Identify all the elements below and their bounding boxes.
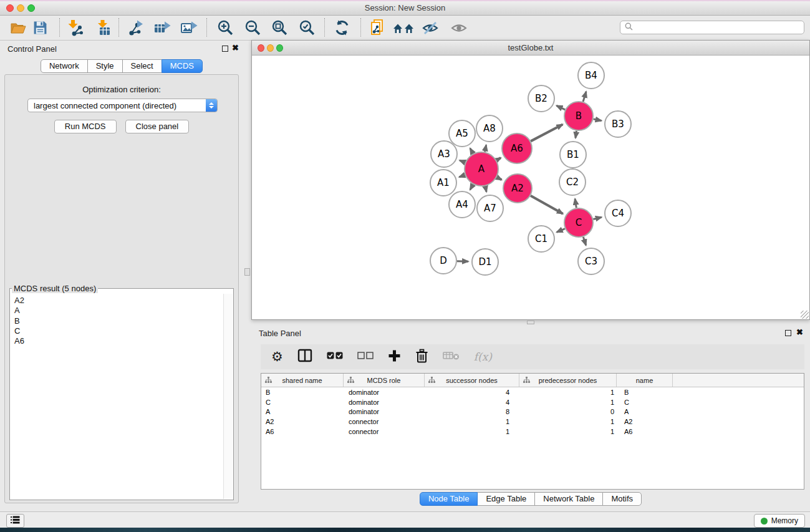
cell-successor-nodes[interactable]: 1 — [425, 428, 519, 435]
graph-node-B2[interactable]: B2 — [528, 85, 554, 112]
apply-layout-button[interactable] — [330, 17, 354, 39]
show-columns-button[interactable] — [297, 349, 312, 365]
tab-network-table[interactable]: Network Table — [534, 492, 603, 506]
graph-node-C2[interactable]: C2 — [559, 169, 586, 195]
graph-edge-A-A1[interactable] — [459, 175, 465, 177]
cell-shared-name[interactable]: A — [261, 408, 344, 415]
mcds-result-item[interactable]: A6 — [14, 336, 223, 346]
graph-node-D[interactable]: D — [430, 248, 456, 274]
cell-shared-name[interactable]: C — [261, 399, 344, 406]
table-row[interactable]: C dominator 4 1 C — [261, 397, 804, 407]
column-header-successor-nodes[interactable]: successor nodes — [425, 374, 519, 387]
export-network-button[interactable] — [123, 17, 147, 39]
graph-edge-A-A7[interactable] — [485, 186, 486, 191]
graph-node-C1[interactable]: C1 — [528, 226, 554, 252]
table-settings-button[interactable]: ⚙ — [271, 351, 283, 363]
hide-selected-button[interactable] — [418, 17, 442, 39]
delete-table-button[interactable] — [443, 351, 460, 363]
close-table-panel-icon[interactable]: ✖ — [796, 328, 803, 337]
zoom-out-button[interactable] — [241, 17, 264, 39]
export-image-button[interactable] — [177, 17, 201, 39]
tab-style[interactable]: Style — [87, 59, 123, 73]
close-panel-icon[interactable]: ✖ — [232, 44, 239, 52]
tab-network[interactable]: Network — [41, 59, 88, 73]
graph-node-C4[interactable]: C4 — [605, 200, 631, 226]
tab-node-table[interactable]: Node Table — [420, 492, 478, 506]
graph-edge-A-A5[interactable] — [470, 148, 473, 154]
mcds-result-item[interactable]: C — [14, 326, 223, 336]
search-field[interactable] — [620, 21, 804, 34]
graph-node-A3[interactable]: A3 — [431, 141, 457, 167]
cell-name[interactable]: B — [617, 389, 673, 396]
graph-edge-B-B1[interactable] — [576, 131, 577, 138]
graph-node-C[interactable]: C — [564, 208, 593, 237]
graph-edge-A-A2[interactable] — [497, 177, 502, 180]
zoom-selected-button[interactable] — [295, 17, 319, 39]
delete-columns-button[interactable] — [415, 349, 428, 365]
graph-edge-C-C2[interactable] — [575, 199, 576, 208]
function-builder-button[interactable]: f(x) — [474, 351, 492, 363]
graph-edge-C-C1[interactable] — [557, 229, 565, 233]
mcds-result-item[interactable]: B — [14, 316, 223, 326]
graph-edge-A6-B[interactable] — [531, 124, 562, 141]
mcds-result-item[interactable]: A — [14, 306, 223, 316]
cell-shared-name[interactable]: A2 — [261, 418, 344, 425]
result-scrollbar[interactable] — [223, 294, 233, 499]
cell-name[interactable]: A2 — [617, 418, 673, 425]
graph-node-B4[interactable]: B4 — [578, 62, 604, 89]
graph-edge-A-A6[interactable] — [496, 158, 501, 160]
tab-motifs[interactable]: Motifs — [602, 492, 642, 506]
cell-mcds-role[interactable]: dominator — [344, 389, 425, 396]
table-row[interactable]: A6 connector 1 1 A6 — [261, 427, 804, 437]
cell-mcds-role[interactable]: connector — [344, 418, 425, 425]
graph-edge-C-C3[interactable] — [583, 237, 586, 245]
graph-node-A6[interactable]: A6 — [502, 133, 532, 163]
cell-mcds-role[interactable]: connector — [344, 428, 425, 435]
graph-node-A4[interactable]: A4 — [449, 191, 475, 218]
cell-mcds-role[interactable]: dominator — [344, 399, 425, 406]
graph-edge-B-B4[interactable] — [583, 92, 586, 102]
clone-network-button[interactable] — [365, 17, 389, 39]
graph-node-A2[interactable]: A2 — [503, 174, 532, 203]
memory-button[interactable]: Memory — [754, 514, 805, 528]
unselect-all-columns-button[interactable] — [357, 351, 374, 362]
graph-node-C3[interactable]: C3 — [578, 248, 604, 274]
cell-name[interactable]: C — [617, 399, 673, 406]
graph-node-A8[interactable]: A8 — [476, 115, 503, 142]
graph-node-D1[interactable]: D1 — [472, 249, 498, 275]
cell-predecessor-nodes[interactable]: 1 — [519, 418, 617, 425]
graph-edge-A-A4[interactable] — [470, 185, 473, 190]
cell-mcds-role[interactable]: dominator — [344, 408, 425, 415]
show-all-button[interactable] — [447, 17, 471, 39]
graph-edge-B-B2[interactable] — [556, 105, 565, 109]
cell-predecessor-nodes[interactable]: 1 — [519, 428, 617, 435]
save-session-button[interactable] — [28, 17, 52, 39]
graph-node-B[interactable]: B — [564, 102, 593, 130]
graph-node-A[interactable]: A — [465, 152, 498, 186]
tab-edge-table[interactable]: Edge Table — [477, 492, 535, 506]
import-network-button[interactable] — [63, 17, 87, 39]
table-row[interactable]: A2 connector 1 1 A2 — [261, 417, 804, 427]
create-column-button[interactable] — [388, 349, 401, 365]
open-file-button[interactable] — [6, 17, 30, 39]
float-table-panel-icon[interactable] — [785, 330, 791, 336]
show-log-button[interactable] — [6, 514, 24, 528]
cell-name[interactable]: A — [617, 408, 673, 415]
graph-node-A5[interactable]: A5 — [449, 120, 475, 147]
import-table-button[interactable] — [92, 17, 115, 39]
cell-shared-name[interactable]: A6 — [261, 428, 344, 435]
cell-name[interactable]: A6 — [617, 428, 673, 435]
tab-mcds[interactable]: MCDS — [162, 59, 203, 73]
zoom-fit-button[interactable] — [268, 17, 291, 39]
table-row[interactable]: A dominator 8 0 A — [261, 407, 804, 417]
window-resize-grip[interactable] — [801, 311, 809, 319]
graph-node-B3[interactable]: B3 — [605, 111, 631, 137]
criterion-dropdown[interactable]: largest connected component (directed) — [27, 99, 218, 112]
cell-successor-nodes[interactable]: 1 — [425, 418, 519, 425]
graph-node-B1[interactable]: B1 — [560, 142, 586, 168]
graph-edge-D-D1[interactable] — [457, 261, 468, 262]
cell-successor-nodes[interactable]: 4 — [425, 389, 519, 396]
cell-successor-nodes[interactable]: 8 — [425, 408, 519, 415]
zoom-in-button[interactable] — [213, 17, 237, 39]
export-table-button[interactable] — [150, 17, 174, 39]
